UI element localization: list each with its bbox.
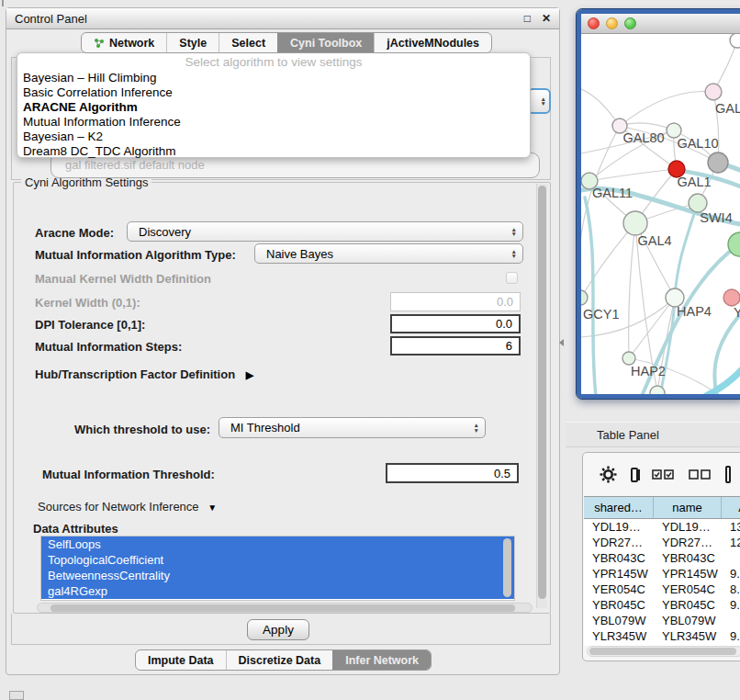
network-edge[interactable] (675, 203, 698, 298)
table-cell[interactable]: YBR045C (584, 597, 654, 613)
table-cell[interactable]: YBL079W (654, 613, 722, 628)
close-traffic-light-icon[interactable] (588, 17, 600, 29)
mi-type-combo[interactable]: Naive Bayes ▲▼ (254, 243, 523, 264)
table-row[interactable]: YER054CYER054C8. (584, 581, 740, 597)
table-cell[interactable]: YBR045C (654, 597, 722, 613)
algorithm-option-mutual-information-inference[interactable]: Mutual Information Inference (17, 115, 530, 130)
algorithm-option-bayesian-hill-climbing[interactable]: Bayesian – Hill Climbing (17, 71, 530, 85)
table-cell[interactable]: YBL079W (584, 613, 654, 628)
tab-infer-network[interactable]: Infer Network (332, 650, 431, 670)
sources-toggle[interactable]: Sources for Network Inference ▼ (34, 500, 220, 514)
network-edge[interactable] (620, 123, 674, 130)
table-cell[interactable]: 12 (722, 535, 740, 550)
hub-definition-toggle[interactable]: Hub/Transcription Factor Definition ▶ (35, 367, 253, 381)
table-row[interactable]: YLR345WYLR345W9. (584, 628, 740, 644)
settings-horizontal-scrollbar[interactable] (37, 603, 533, 613)
tab-network[interactable]: Network (82, 33, 166, 52)
apply-button[interactable]: Apply (247, 619, 309, 640)
table-row[interactable]: YBR045CYBR045C9. (584, 597, 740, 613)
table-body: YDL19…YDL19…13YDR27…YDR27…12YBR043CYBR04… (584, 519, 740, 646)
tab-cyni-toolbox[interactable]: Cyni Toolbox (277, 33, 374, 52)
table-cell[interactable]: YDR27… (584, 535, 654, 550)
tab-label: Cyni Toolbox (290, 37, 362, 50)
table-row[interactable]: YDL19…YDL19…13 (584, 519, 740, 535)
zoom-traffic-light-icon[interactable] (624, 17, 636, 29)
kernel-width-label: Kernel Width (0,1): (35, 296, 140, 310)
table-cell[interactable]: YLR345W (584, 628, 654, 644)
table-row[interactable]: YDR27…YDR27…12 (584, 535, 740, 550)
table-row[interactable]: YBR043CYBR043C (584, 550, 740, 566)
export-table-icon[interactable] (725, 466, 732, 483)
table-row[interactable]: YPR145WYPR145W9. (584, 566, 740, 581)
split-pane-icon[interactable] (631, 468, 638, 482)
table-cell[interactable]: YER054C (654, 581, 722, 597)
network-node-gcy1[interactable] (581, 290, 588, 305)
combo-stepper-icon: ▲▼ (506, 249, 517, 259)
table-cell[interactable]: YDL19… (584, 519, 654, 535)
network-node-swi4[interactable] (689, 194, 707, 212)
network-edge[interactable] (629, 223, 635, 358)
column-header-a[interactable]: A (722, 497, 740, 518)
dpi-tolerance-field[interactable]: 0.0 (390, 314, 521, 333)
network-node-salmon-right[interactable] (723, 289, 740, 306)
column-header-shared[interactable]: shared… (584, 497, 654, 518)
manual-kernel-checkbox[interactable] (506, 272, 518, 284)
table-cell[interactable]: 8. (722, 581, 740, 597)
table-cell[interactable]: 13 (722, 519, 740, 535)
which-threshold-combo[interactable]: MI Threshold ▲▼ (219, 417, 486, 438)
table-horizontal-scrollbar[interactable] (587, 646, 740, 657)
column-header-name[interactable]: name (654, 497, 722, 518)
network-node-gray-hub[interactable] (708, 152, 728, 173)
network-node-hap2[interactable] (622, 352, 635, 365)
mi-threshold-field[interactable]: 0.5 (386, 463, 519, 483)
table-cell[interactable]: YDR27… (654, 535, 722, 550)
select-all-icon[interactable] (652, 469, 675, 480)
network-window-titlebar[interactable] (581, 14, 740, 34)
kernel-width-value: 0.0 (497, 295, 513, 309)
algorithm-option-aracne-algorithm[interactable]: ARACNE Algorithm (17, 100, 530, 115)
table-cell[interactable]: YLR345W (654, 628, 722, 644)
table-cell[interactable]: 9. (722, 628, 740, 644)
table-cell[interactable]: YBR043C (654, 550, 722, 566)
minimize-traffic-light-icon[interactable] (606, 17, 618, 29)
settings-gear-icon[interactable] (600, 466, 617, 483)
table-cell[interactable]: 9. (722, 597, 740, 613)
algorithm-option-basic-correlation-inference[interactable]: Basic Correlation Inference (17, 85, 530, 100)
close-panel-icon[interactable]: ✕ (542, 12, 551, 25)
network-edge[interactable] (706, 367, 740, 396)
float-window-icon[interactable]: □ (524, 12, 531, 25)
table-cell[interactable]: YPR145W (654, 566, 722, 581)
network-node-partial-bottom[interactable] (650, 386, 665, 396)
data-attribute-option-betweennesscentrality[interactable]: BetweennessCentrality (41, 568, 514, 583)
aracne-mode-combo[interactable]: Discovery ▲▼ (127, 221, 523, 242)
tab-select[interactable]: Select (219, 33, 277, 52)
table-cell[interactable]: YPR145W (584, 566, 654, 581)
table-cell[interactable]: YDL19… (654, 519, 722, 535)
table-cell[interactable]: YBR043C (584, 550, 654, 566)
data-attribute-option-topologicalcoefficient[interactable]: TopologicalCoefficient (41, 552, 514, 568)
table-cell[interactable] (722, 550, 740, 566)
attribute-list-scrollbar[interactable] (503, 538, 511, 597)
deselect-all-icon[interactable] (689, 469, 712, 480)
network-node-gal4[interactable] (623, 211, 647, 235)
algorithm-option-bayesian-k2[interactable]: Bayesian – K2 (17, 130, 530, 144)
splitter-collapse-icon[interactable] (559, 339, 564, 346)
table-cell[interactable]: 9. (722, 566, 740, 581)
kernel-width-field[interactable]: 0.0 (390, 292, 521, 311)
data-attribute-option-selfloops[interactable]: SelfLoops (41, 536, 514, 552)
table-cell[interactable]: YER054C (584, 581, 654, 597)
tab-impute-data[interactable]: Impute Data (136, 650, 226, 670)
network-node-partial-top[interactable] (730, 34, 740, 48)
data-attribute-option-gal4rgexp[interactable]: gal4RGexp (41, 583, 514, 599)
network-edge[interactable] (620, 91, 713, 126)
tab-style[interactable]: Style (166, 33, 219, 52)
tab-jactivemnodules[interactable]: jActiveMNodules (374, 33, 491, 52)
network-node-gal7[interactable] (705, 84, 722, 100)
network-canvas[interactable]: GAL7GAL80GAL10GAL1GAL11SWI4GAL4GCY1HAP4Y… (581, 34, 740, 396)
table-row[interactable]: YBL079WYBL079W (584, 613, 740, 628)
tab-discretize-data[interactable]: Discretize Data (226, 650, 333, 670)
mi-steps-field[interactable]: 6 (390, 336, 521, 356)
table-cell[interactable] (722, 613, 740, 628)
settings-vertical-scrollbar[interactable] (536, 184, 547, 608)
algorithm-option-dream8-dc-tdc-algorithm[interactable]: Dream8 DC_TDC Algorithm (17, 144, 530, 159)
